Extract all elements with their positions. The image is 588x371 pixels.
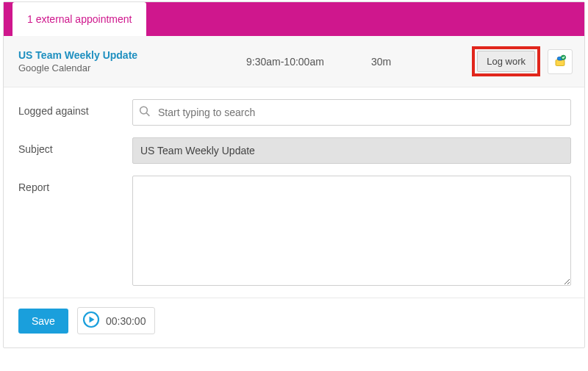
label-subject: Subject	[18, 137, 132, 164]
timer-value: 00:30:00	[106, 315, 146, 327]
app-window: 1 external appointment US Team Weekly Up…	[3, 1, 585, 348]
calendar-app-icon	[553, 54, 567, 69]
row-subject: Subject US Team Weekly Update	[18, 137, 571, 164]
content-area: US Team Weekly Update Google Calendar 9:…	[4, 36, 584, 347]
footer-bar: Save 00:30:00	[4, 298, 584, 347]
label-report: Report	[18, 176, 132, 286]
save-button[interactable]: Save	[18, 309, 68, 334]
field-subject: US Team Weekly Update	[132, 137, 571, 164]
tab-bar: 1 external appointment	[4, 2, 584, 36]
row-report: Report	[18, 176, 571, 286]
calendar-app-icon-button[interactable]	[548, 49, 573, 74]
field-report	[132, 176, 571, 286]
report-textarea[interactable]	[132, 176, 571, 286]
timer-control[interactable]: 00:30:00	[77, 307, 156, 334]
tab-label: 1 external appointment	[27, 13, 132, 25]
logged-against-input[interactable]	[132, 99, 571, 126]
highlight-annotation: Log work	[472, 46, 540, 76]
appointment-title: US Team Weekly Update	[18, 49, 246, 61]
log-work-form: Logged against Subject US Team Weekly Up…	[4, 87, 584, 298]
row-logged-against: Logged against	[18, 99, 571, 126]
field-logged-against	[132, 99, 571, 126]
appointment-row: US Team Weekly Update Google Calendar 9:…	[4, 36, 584, 87]
play-icon	[82, 311, 100, 331]
appointment-source: Google Calendar	[18, 62, 246, 73]
appointment-duration: 30m	[371, 56, 452, 68]
appointment-time: 9:30am-10:00am	[246, 56, 371, 68]
subject-input[interactable]: US Team Weekly Update	[132, 137, 571, 164]
label-logged-against: Logged against	[18, 99, 132, 126]
tab-external-appointment[interactable]: 1 external appointment	[12, 2, 146, 36]
log-work-button[interactable]: Log work	[477, 51, 535, 72]
appointment-title-block: US Team Weekly Update Google Calendar	[18, 49, 246, 73]
